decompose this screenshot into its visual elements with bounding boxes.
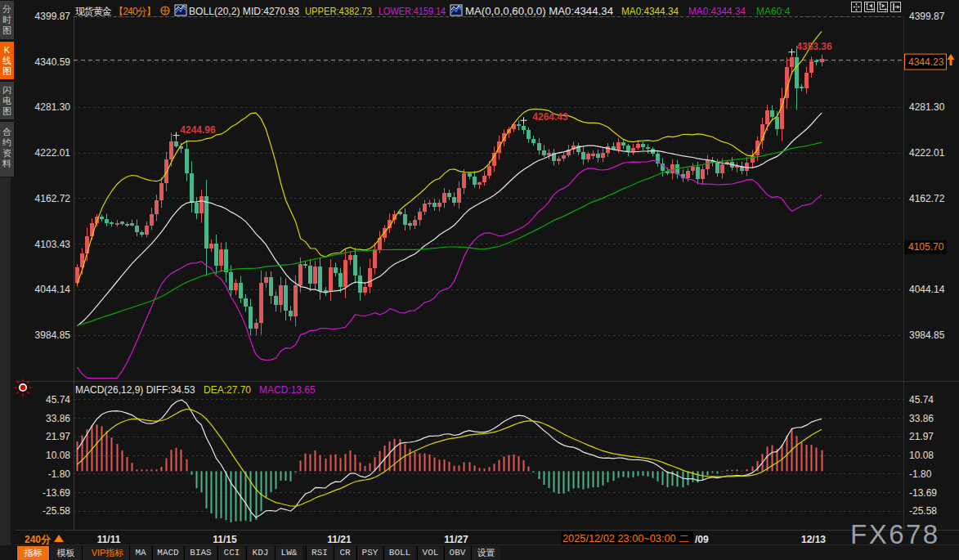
svg-text:4162.72: 4162.72 <box>35 193 71 204</box>
svg-text:45.74: 45.74 <box>46 394 70 405</box>
svg-text:-13.69: -13.69 <box>43 487 70 499</box>
svg-text:11/21: 11/21 <box>327 534 352 545</box>
svg-text:4344.23: 4344.23 <box>908 56 944 68</box>
svg-text:4281.30: 4281.30 <box>909 101 945 113</box>
svg-text:MA60:4: MA60:4 <box>756 6 791 17</box>
svg-text:11/15: 11/15 <box>213 534 237 545</box>
svg-text:FX678: FX678 <box>850 519 940 549</box>
svg-text:21.97: 21.97 <box>909 431 934 442</box>
svg-text:/09: /09 <box>695 534 709 545</box>
svg-text:4353.36: 4353.36 <box>796 41 832 52</box>
svg-text:4222.01: 4222.01 <box>35 147 71 159</box>
svg-text:MACD:13.65: MACD:13.65 <box>259 384 316 396</box>
svg-text:11/27: 11/27 <box>444 534 468 545</box>
svg-text:12/13: 12/13 <box>801 534 826 545</box>
svg-text:【240分】: 【240分】 <box>114 6 156 17</box>
svg-text:MACD(26,12,9) DIFF:34.53: MACD(26,12,9) DIFF:34.53 <box>75 384 195 396</box>
svg-text:4340.59: 4340.59 <box>35 56 71 68</box>
svg-text:BOLL(20,2) MID:4270.93: BOLL(20,2) MID:4270.93 <box>189 6 299 17</box>
svg-text:4264.43: 4264.43 <box>532 111 568 123</box>
svg-text:MA0:4344.34: MA0:4344.34 <box>621 6 679 17</box>
svg-text:33.86: 33.86 <box>909 413 934 424</box>
svg-text:MA0:4344.34: MA0:4344.34 <box>688 6 746 17</box>
svg-text:4105.70: 4105.70 <box>908 241 944 253</box>
svg-text:-1.80: -1.80 <box>909 468 932 480</box>
svg-text:LOWER:4159.14: LOWER:4159.14 <box>379 6 446 17</box>
svg-text:3984.85: 3984.85 <box>35 329 71 341</box>
svg-text:-25.58: -25.58 <box>43 505 70 517</box>
svg-text:4162.72: 4162.72 <box>909 193 945 204</box>
svg-text:4222.01: 4222.01 <box>909 147 945 159</box>
svg-text:2025/12/02 23:00~03:00 二: 2025/12/02 23:00~03:00 二 <box>562 533 689 544</box>
svg-text:4044.14: 4044.14 <box>35 284 71 295</box>
svg-text:DEA:27.70: DEA:27.70 <box>204 384 251 396</box>
svg-text:11/11: 11/11 <box>97 534 121 545</box>
svg-text:10.08: 10.08 <box>909 450 934 461</box>
svg-text:MA(0,0,0,60,0,0) MA0:4344.34: MA(0,0,0,60,0,0) MA0:4344.34 <box>465 6 613 17</box>
svg-text:4399.87: 4399.87 <box>35 11 71 22</box>
svg-text:UPPER:4382.73: UPPER:4382.73 <box>305 6 372 17</box>
svg-text:240分: 240分 <box>25 534 52 545</box>
svg-text:-13.69: -13.69 <box>909 487 937 499</box>
svg-text:-1.80: -1.80 <box>48 468 71 480</box>
svg-text:4281.30: 4281.30 <box>35 101 71 113</box>
svg-text:33.86: 33.86 <box>46 413 70 424</box>
svg-text:45.74: 45.74 <box>909 394 934 405</box>
svg-text:21.97: 21.97 <box>46 431 70 442</box>
svg-text:10.08: 10.08 <box>46 450 70 461</box>
svg-text:4044.14: 4044.14 <box>909 284 945 295</box>
svg-text:4103.43: 4103.43 <box>35 239 71 250</box>
svg-text:-25.58: -25.58 <box>909 505 937 517</box>
svg-text:4244.96: 4244.96 <box>180 124 216 136</box>
svg-text:现货黄金: 现货黄金 <box>75 6 112 17</box>
svg-text:4399.87: 4399.87 <box>909 11 945 22</box>
svg-text:3984.85: 3984.85 <box>909 329 945 341</box>
